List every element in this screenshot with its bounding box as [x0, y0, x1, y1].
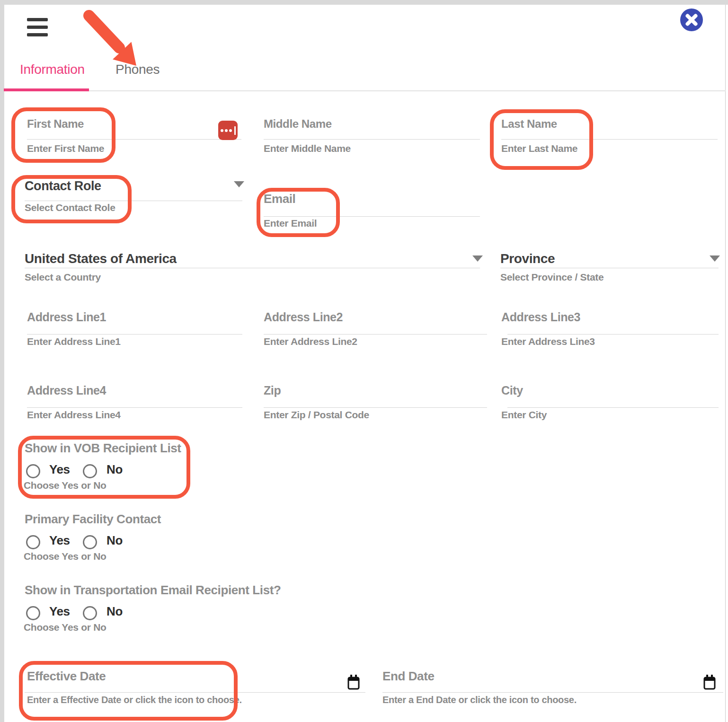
- effective-date-placeholder: Enter a Effective Date or click the icon…: [27, 695, 242, 705]
- province-label: Province: [500, 251, 555, 266]
- tab-information[interactable]: Information: [20, 62, 85, 77]
- calendar-icon[interactable]: [347, 675, 360, 692]
- zip-placeholder: Enter Zip / Postal Code: [264, 409, 369, 421]
- middle-name-label: Middle Name: [264, 117, 332, 131]
- hamburger-bar: [27, 26, 48, 29]
- password-autofill-icon[interactable]: [218, 121, 238, 140]
- address-line2-input[interactable]: [264, 334, 487, 335]
- province-select[interactable]: [500, 268, 719, 268]
- hamburger-bar: [27, 18, 48, 21]
- email-input[interactable]: [264, 216, 480, 217]
- middle-name-input[interactable]: [264, 139, 480, 140]
- end-date-placeholder: Enter a End Date or click the icon to ch…: [382, 695, 577, 705]
- chevron-down-icon[interactable]: [710, 255, 720, 262]
- vob-yes-label: Yes: [49, 462, 70, 477]
- autofill-dot: [221, 129, 223, 132]
- tab-phones[interactable]: Phones: [115, 62, 160, 77]
- vob-yes-radio[interactable]: [26, 464, 40, 478]
- active-tab-underline: [4, 88, 89, 91]
- annotation-box-first-name: [11, 107, 115, 163]
- transportation-title: Show in Transportation Email Recipient L…: [25, 583, 281, 598]
- primary-hint: Choose Yes or No: [24, 551, 107, 562]
- country-select[interactable]: [25, 268, 480, 268]
- address-line4-input[interactable]: [27, 407, 242, 408]
- primary-no-radio[interactable]: [83, 535, 97, 549]
- autofill-cursor: [234, 126, 236, 135]
- autofill-dot: [229, 129, 232, 132]
- address-line1-placeholder: Enter Address Line1: [27, 336, 121, 347]
- modal-right-border: [725, 5, 726, 722]
- vob-hint: Choose Yes or No: [24, 480, 107, 491]
- city-placeholder: Enter City: [501, 409, 547, 421]
- last-name-placeholder: Enter Last Name: [501, 143, 577, 154]
- transportation-no-radio[interactable]: [83, 606, 97, 620]
- transportation-yes-radio[interactable]: [26, 606, 40, 620]
- calendar-icon[interactable]: [703, 675, 716, 692]
- contact-role-label: Contact Role: [25, 179, 101, 194]
- autofill-dot: [225, 129, 228, 132]
- vob-recipient-title: Show in VOB Recipient List: [25, 441, 181, 456]
- page-background-edge: [0, 0, 728, 5]
- province-placeholder: Select Province / State: [500, 272, 604, 283]
- first-name-placeholder: Enter First Name: [27, 143, 104, 154]
- zip-label: Zip: [264, 384, 281, 397]
- address-line2-label: Address Line2: [264, 310, 343, 324]
- tabs-bottom-border: [4, 90, 726, 91]
- effective-date-input[interactable]: [25, 692, 365, 693]
- city-input[interactable]: [507, 407, 719, 408]
- primary-contact-title: Primary Facility Contact: [25, 512, 161, 527]
- chevron-down-icon[interactable]: [234, 181, 244, 187]
- contact-form-modal: Information Phones First Name Enter Firs…: [0, 0, 728, 722]
- last-name-label: Last Name: [501, 117, 557, 131]
- end-date-input[interactable]: [382, 692, 723, 693]
- primary-yes-label: Yes: [49, 533, 70, 548]
- vob-no-radio[interactable]: [83, 464, 97, 478]
- address-line4-label: Address Line4: [27, 384, 106, 397]
- address-line1-input[interactable]: [27, 334, 242, 335]
- zip-input[interactable]: [264, 407, 487, 408]
- contact-role-select[interactable]: [25, 201, 242, 201]
- end-date-label: End Date: [382, 669, 434, 684]
- page-background-edge: [0, 0, 4, 722]
- primary-no-label: No: [107, 533, 123, 548]
- transportation-no-label: No: [107, 604, 123, 619]
- address-line3-input[interactable]: [507, 334, 719, 335]
- email-label: Email: [264, 192, 295, 206]
- middle-name-placeholder: Enter Middle Name: [264, 143, 351, 154]
- transportation-yes-label: Yes: [49, 604, 70, 619]
- address-line4-placeholder: Enter Address Line4: [27, 409, 121, 421]
- country-value: United States of America: [25, 251, 177, 266]
- country-placeholder: Select a Country: [25, 272, 101, 283]
- last-name-input[interactable]: [501, 139, 718, 140]
- address-line3-placeholder: Enter Address Line3: [501, 336, 595, 347]
- chevron-down-icon[interactable]: [472, 255, 483, 262]
- address-line3-label: Address Line3: [501, 310, 580, 324]
- hamburger-bar: [27, 33, 48, 36]
- email-placeholder: Enter Email: [264, 218, 317, 229]
- hamburger-menu-icon[interactable]: [27, 18, 48, 40]
- first-name-input[interactable]: [27, 139, 241, 140]
- address-line2-placeholder: Enter Address Line2: [264, 336, 357, 347]
- close-icon[interactable]: [680, 9, 703, 31]
- first-name-label: First Name: [27, 117, 84, 131]
- vob-no-label: No: [107, 462, 123, 477]
- primary-yes-radio[interactable]: [26, 535, 40, 549]
- city-label: City: [501, 384, 523, 397]
- address-line1-label: Address Line1: [27, 310, 106, 324]
- transportation-hint: Choose Yes or No: [24, 622, 107, 633]
- contact-role-placeholder: Select Contact Role: [25, 202, 115, 213]
- effective-date-label: Effective Date: [27, 669, 106, 684]
